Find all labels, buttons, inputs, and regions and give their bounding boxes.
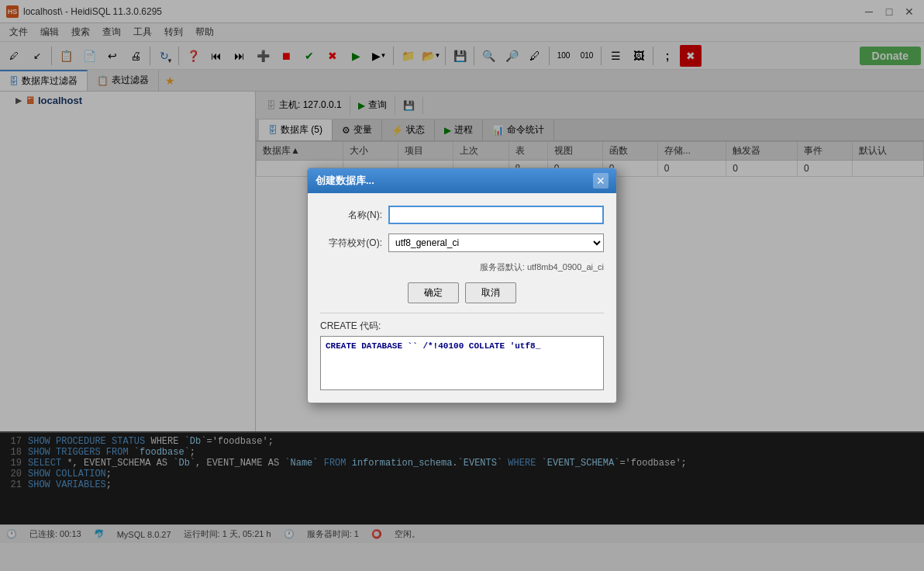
cancel-button[interactable]: 取消 — [465, 282, 516, 303]
name-label: 名称(N): — [320, 209, 382, 222]
modal-buttons: 确定 取消 — [320, 282, 604, 303]
ok-button[interactable]: 确定 — [408, 282, 459, 303]
server-default-hint: 服务器默认: utf8mb4_0900_ai_ci — [320, 261, 604, 273]
collation-label: 字符校对(O): — [320, 237, 382, 250]
code-label: CREATE 代码: — [320, 320, 604, 333]
name-input[interactable] — [388, 206, 604, 224]
collation-select[interactable]: utf8_general_ci utf8mb4_general_ci utf8m… — [388, 234, 604, 252]
modal-title-bar: 创建数据库... ✕ — [308, 168, 616, 193]
modal-title: 创建数据库... — [315, 174, 374, 188]
modal-body: 名称(N): 字符校对(O): utf8_general_ci utf8mb4_… — [308, 193, 616, 403]
name-row: 名称(N): — [320, 206, 604, 224]
collation-row: 字符校对(O): utf8_general_ci utf8mb4_general… — [320, 234, 604, 252]
modal-overlay: 创建数据库... ✕ 名称(N): 字符校对(O): utf8_general_… — [0, 0, 924, 571]
create-database-modal: 创建数据库... ✕ 名称(N): 字符校对(O): utf8_general_… — [307, 168, 617, 403]
code-section: CREATE 代码: CREATE DATABASE `` /*!40100 C… — [320, 313, 604, 390]
code-area: CREATE DATABASE `` /*!40100 COLLATE 'utf… — [320, 336, 604, 390]
modal-close-button[interactable]: ✕ — [593, 173, 609, 189]
